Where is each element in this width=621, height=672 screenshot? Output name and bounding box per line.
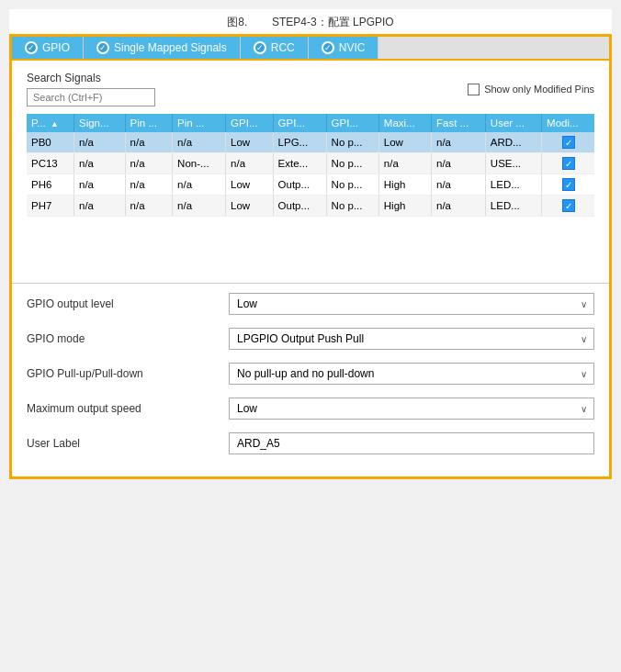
table-cell: n/a xyxy=(378,153,431,174)
table-cell: No p... xyxy=(326,153,378,174)
tab-rcc-label: RCC xyxy=(271,41,295,54)
table-cell: Low xyxy=(226,174,274,196)
sort-arrow-icon: ▲ xyxy=(51,119,59,129)
modified-checkbox[interactable]: ✓ xyxy=(542,132,594,153)
col-gpio2: GPI... xyxy=(273,114,326,132)
select-max-speed[interactable]: LowMediumHighVery High xyxy=(229,398,594,420)
table-spacer xyxy=(27,217,594,272)
table-row[interactable]: PH6n/an/an/aLowOutp...No p...Highn/aLED.… xyxy=(27,174,594,196)
input-user-label[interactable] xyxy=(229,432,594,454)
table-row[interactable]: PB0n/an/an/aLowLPG...No p...Lown/aARD...… xyxy=(27,132,594,153)
check-icon: ✓ xyxy=(562,136,575,149)
table-cell: n/a xyxy=(432,196,486,217)
table-row[interactable]: PH7n/an/an/aLowOutp...No p...Highn/aLED.… xyxy=(27,196,594,217)
table-row[interactable]: PC13n/an/aNon-...n/aExte...No p...n/an/a… xyxy=(27,153,594,174)
tab-single-mapped[interactable]: ✓ Single Mapped Signals xyxy=(84,37,241,59)
table-cell: n/a xyxy=(173,196,226,217)
select-pull[interactable]: No pull-up and no pull-downPull-upPull-d… xyxy=(229,363,594,385)
table-cell: Low xyxy=(226,132,274,153)
modified-checkbox[interactable]: ✓ xyxy=(542,196,594,217)
config-label-output-level: GPIO output level xyxy=(27,297,229,310)
signals-table: P... ▲ Sign... Pin ... Pin ... GPI... GP… xyxy=(27,114,594,217)
table-cell: LPG... xyxy=(273,132,326,153)
figure-label: 图8. xyxy=(227,16,247,28)
tab-nvic-check: ✓ xyxy=(322,41,334,54)
select-wrapper-max-speed: LowMediumHighVery High∨ xyxy=(229,398,594,420)
modified-pins-checkbox[interactable] xyxy=(468,84,480,95)
main-container: ✓ GPIO ✓ Single Mapped Signals ✓ RCC ✓ N… xyxy=(9,34,612,479)
table-cell: n/a xyxy=(125,196,173,217)
tab-rcc-check: ✓ xyxy=(254,41,266,54)
col-fast: Fast ... xyxy=(432,114,486,132)
check-icon: ✓ xyxy=(562,199,575,212)
select-wrapper-output-level: LowHigh∨ xyxy=(229,293,594,315)
table-cell: PB0 xyxy=(27,132,74,153)
tab-nvic-label: NVIC xyxy=(339,41,366,54)
table-cell: Exte... xyxy=(273,153,326,174)
select-wrapper-gpio-mode: LPGPIO Output Push PullOutput Push PullO… xyxy=(229,328,594,350)
table-cell: USE... xyxy=(485,153,541,174)
tab-gpio[interactable]: ✓ GPIO xyxy=(12,37,84,59)
table-cell: High xyxy=(378,174,431,196)
col-max: Maxi... xyxy=(378,114,431,132)
table-cell: PC13 xyxy=(27,153,74,174)
config-label-user-label: User Label xyxy=(27,437,229,450)
table-cell: n/a xyxy=(432,153,486,174)
check-icon: ✓ xyxy=(562,157,575,170)
table-cell: Non-... xyxy=(173,153,226,174)
table-cell: n/a xyxy=(125,132,173,153)
modified-checkbox[interactable]: ✓ xyxy=(542,174,594,196)
table-cell: Outp... xyxy=(273,174,326,196)
table-cell: PH6 xyxy=(27,174,74,196)
tabs-bar: ✓ GPIO ✓ Single Mapped Signals ✓ RCC ✓ N… xyxy=(12,37,609,61)
search-section: Search Signals xyxy=(27,72,155,106)
select-output-level[interactable]: LowHigh xyxy=(229,293,594,315)
table-cell: n/a xyxy=(226,153,274,174)
step-label: STEP4-3：配置 LPGPIO xyxy=(272,16,394,28)
tab-nvic[interactable]: ✓ NVIC xyxy=(309,37,379,59)
check-icon: ✓ xyxy=(562,178,575,191)
table-cell: n/a xyxy=(173,132,226,153)
search-label: Search Signals xyxy=(27,72,155,84)
tab-single-mapped-check: ✓ xyxy=(96,41,109,54)
page-title: 图8. STEP4-3：配置 LPGPIO xyxy=(9,9,612,34)
config-row-output-level: GPIO output levelLowHigh∨ xyxy=(27,293,594,315)
tab-single-mapped-label: Single Mapped Signals xyxy=(114,41,227,54)
modified-pins-label: Show only Modified Pins xyxy=(484,84,594,95)
col-signal: Sign... xyxy=(74,114,126,132)
table-cell: No p... xyxy=(326,174,378,196)
table-cell: High xyxy=(378,196,431,217)
table-cell: LED... xyxy=(485,174,541,196)
tab-rcc[interactable]: ✓ RCC xyxy=(241,37,309,59)
table-cell: Low xyxy=(378,132,431,153)
table-cell: ARD... xyxy=(485,132,541,153)
table-cell: Outp... xyxy=(273,196,326,217)
table-cell: n/a xyxy=(173,174,226,196)
col-modified: Modi... xyxy=(542,114,594,132)
col-pin-name2: Pin ... xyxy=(173,114,226,132)
config-row-pull: GPIO Pull-up/Pull-downNo pull-up and no … xyxy=(27,363,594,385)
select-gpio-mode[interactable]: LPGPIO Output Push PullOutput Push PullO… xyxy=(229,328,594,350)
table-header-row: P... ▲ Sign... Pin ... Pin ... GPI... GP… xyxy=(27,114,594,132)
modified-checkbox[interactable]: ✓ xyxy=(542,153,594,174)
search-input[interactable] xyxy=(27,88,155,106)
table-cell: No p... xyxy=(326,196,378,217)
table-cell: n/a xyxy=(74,153,126,174)
col-gpio1: GPI... xyxy=(226,114,274,132)
content-area: Search Signals Show only Modified Pins P… xyxy=(12,61,609,283)
col-user: User ... xyxy=(485,114,541,132)
config-section: GPIO output levelLowHigh∨GPIO modeLPGPIO… xyxy=(12,283,609,476)
table-cell: PH7 xyxy=(27,196,74,217)
select-wrapper-pull: No pull-up and no pull-downPull-upPull-d… xyxy=(229,363,594,385)
table-cell: n/a xyxy=(74,132,126,153)
col-gpio3: GPI... xyxy=(326,114,378,132)
config-row-max-speed: Maximum output speedLowMediumHighVery Hi… xyxy=(27,398,594,420)
table-cell: Low xyxy=(226,196,274,217)
config-row-gpio-mode: GPIO modeLPGPIO Output Push PullOutput P… xyxy=(27,328,594,350)
table-cell: n/a xyxy=(125,174,173,196)
config-label-max-speed: Maximum output speed xyxy=(27,402,229,415)
table-cell: n/a xyxy=(74,174,126,196)
table-cell: n/a xyxy=(74,196,126,217)
config-label-gpio-mode: GPIO mode xyxy=(27,332,229,345)
search-row: Search Signals Show only Modified Pins xyxy=(27,72,594,106)
